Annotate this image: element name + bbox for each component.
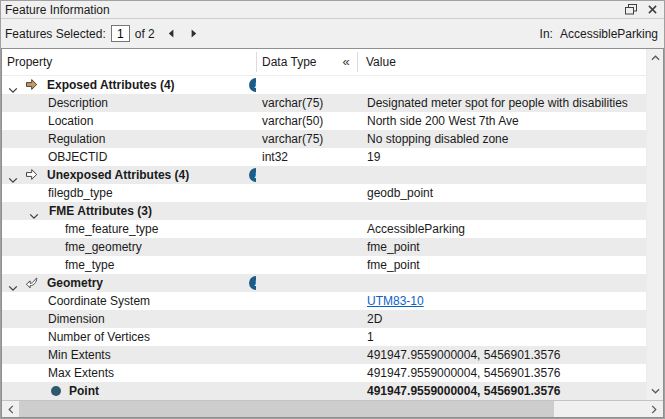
data-type-cell <box>256 256 357 274</box>
horizontal-scrollbar-thumb[interactable] <box>19 401 554 417</box>
previous-feature-button[interactable] <box>164 27 178 41</box>
feature-information-panel: Feature Information Features Selected: o… <box>0 0 665 419</box>
expand-chevron[interactable] <box>8 279 19 292</box>
table-row[interactable]: Descriptionvarchar(75)Designated meter s… <box>2 94 646 112</box>
feature-nav-toolbar: Features Selected: of 2 In: AccessiblePa… <box>1 20 664 47</box>
value-cell: North side 200 West 7th Ave <box>357 112 646 130</box>
data-type-cell <box>256 76 357 94</box>
property-cell: fme_geometry <box>2 238 256 256</box>
data-type-cell: varchar(75) <box>256 94 357 112</box>
property-label: Coordinate System <box>48 292 150 310</box>
property-cell: Min Extents <box>2 346 256 364</box>
value-cell: No stopping disabled zone <box>357 130 646 148</box>
info-icon[interactable]: i <box>249 168 256 182</box>
property-label: Number of Vertices <box>48 328 150 346</box>
table-row[interactable]: Regulationvarchar(75)No stopping disable… <box>2 130 646 148</box>
property-cell: Point <box>2 382 256 400</box>
collapse-column-button[interactable]: « <box>336 49 356 76</box>
property-cell: Description <box>2 94 256 112</box>
next-feature-button[interactable] <box>187 27 201 41</box>
property-label: Point <box>69 382 99 400</box>
property-cell: Geometryi <box>2 274 256 292</box>
info-icon[interactable]: i <box>249 276 256 290</box>
info-icon[interactable]: i <box>249 78 256 92</box>
column-separator[interactable] <box>256 52 257 72</box>
data-type-cell <box>256 328 357 346</box>
table-row[interactable]: Max Extents491947.9559000004, 5456901.35… <box>2 364 646 382</box>
value-cell <box>357 166 646 184</box>
scroll-down-button[interactable] <box>647 384 664 398</box>
property-cell: fme_type <box>2 256 256 274</box>
table-row[interactable]: Min Extents491947.9559000004, 5456901.35… <box>2 346 646 364</box>
table-row[interactable]: Exposed Attributes (4)i <box>2 76 646 94</box>
data-type-cell <box>256 202 357 220</box>
table-row[interactable]: Point491947.9559000004, 5456901.3576 <box>2 382 646 400</box>
column-separator[interactable] <box>357 52 358 72</box>
value-cell: 491947.9559000004, 5456901.3576 <box>357 364 646 382</box>
value-cell <box>357 202 646 220</box>
value-cell: fme_point <box>357 256 646 274</box>
coordinate-system-link[interactable]: UTM83-10 <box>367 294 424 308</box>
expand-chevron[interactable] <box>29 207 40 220</box>
property-label: Exposed Attributes (4) <box>47 76 175 94</box>
left-arrow-icon <box>168 29 174 38</box>
table-row[interactable]: fme_geometryfme_point <box>2 238 646 256</box>
table-row[interactable]: fme_feature_typeAccessibleParking <box>2 220 646 238</box>
scroll-right-button[interactable] <box>647 401 661 417</box>
close-icon <box>648 5 657 14</box>
property-cell: Unexposed Attributes (4)i <box>2 166 256 184</box>
panel-title: Feature Information <box>5 3 622 17</box>
chevron-down-icon <box>651 388 660 394</box>
table-row[interactable]: FME Attributes (3) <box>2 202 646 220</box>
data-type-cell: varchar(75) <box>256 130 357 148</box>
close-panel-button[interactable] <box>643 2 661 17</box>
table-row[interactable]: OBJECTIDint3219 <box>2 148 646 166</box>
value-cell: UTM83-10 <box>357 292 646 310</box>
property-label: Min Extents <box>48 346 111 364</box>
feature-count-label: of 2 <box>135 27 155 41</box>
value-cell <box>357 76 646 94</box>
table-row[interactable]: fme_typefme_point <box>2 256 646 274</box>
panel-title-bar[interactable]: Feature Information <box>1 1 664 19</box>
vertical-scrollbar[interactable] <box>646 49 663 400</box>
table-row[interactable]: Dimension2D <box>2 310 646 328</box>
table-row[interactable]: Locationvarchar(50)North side 200 West 7… <box>2 112 646 130</box>
property-cell: Dimension <box>2 310 256 328</box>
data-type-cell <box>256 346 357 364</box>
feature-type-value: AccessibleParking <box>560 27 658 41</box>
scroll-left-button[interactable] <box>4 401 18 417</box>
table-row[interactable]: Geometryi <box>2 274 646 292</box>
horizontal-scrollbar[interactable] <box>2 400 663 417</box>
table-row[interactable]: filegdb_typegeodb_point <box>2 184 646 202</box>
column-header-property[interactable]: Property <box>7 49 52 76</box>
data-type-cell: varchar(50) <box>256 112 357 130</box>
property-label: Location <box>48 112 93 130</box>
expand-chevron-icon <box>8 87 18 94</box>
point-geometry-icon <box>51 386 61 396</box>
property-cell: FME Attributes (3) <box>2 202 256 220</box>
property-label: FME Attributes (3) <box>49 202 152 220</box>
property-label: Geometry <box>47 274 103 292</box>
table-row[interactable]: Number of Vertices1 <box>2 328 646 346</box>
property-cell: OBJECTID <box>2 148 256 166</box>
property-cell: Max Extents <box>2 364 256 382</box>
table-row[interactable]: Coordinate SystemUTM83-10 <box>2 292 646 310</box>
chevron-right-icon <box>651 405 657 414</box>
property-label: Description <box>48 94 108 112</box>
expand-chevron[interactable] <box>8 81 19 94</box>
value-cell: fme_point <box>357 238 646 256</box>
column-header-value[interactable]: Value <box>366 49 396 76</box>
property-label: Regulation <box>48 130 105 148</box>
float-panel-button[interactable] <box>622 2 640 17</box>
data-type-cell: int32 <box>256 148 357 166</box>
expand-chevron[interactable] <box>8 171 19 184</box>
column-header-data-type[interactable]: Data Type <box>262 49 316 76</box>
in-label: In: <box>540 27 553 41</box>
table-header: Property Data Type « Value <box>2 49 646 76</box>
table-rows: Exposed Attributes (4)iDescriptionvarcha… <box>2 76 646 400</box>
property-label: fme_type <box>65 256 114 274</box>
scroll-up-button[interactable] <box>647 51 664 65</box>
property-label: Dimension <box>48 310 105 328</box>
table-row[interactable]: Unexposed Attributes (4)i <box>2 166 646 184</box>
feature-index-input[interactable] <box>111 25 130 42</box>
